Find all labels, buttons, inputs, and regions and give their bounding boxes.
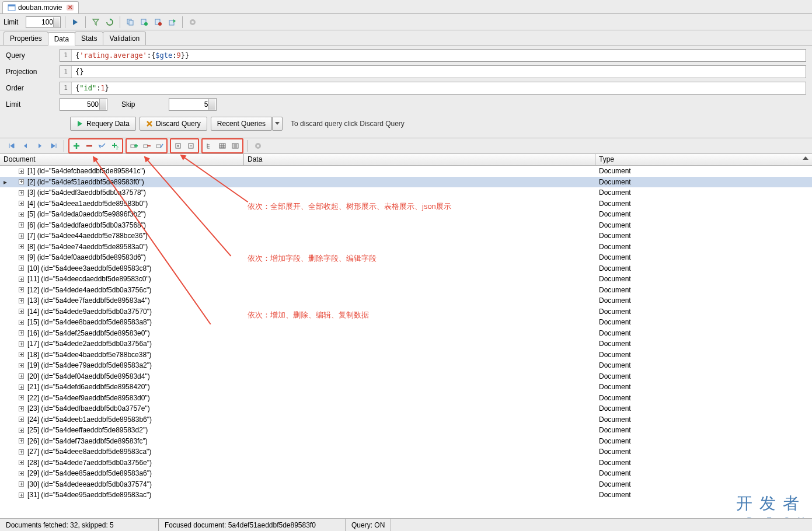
table-row[interactable]: [30] (id="5a4dedeeaeddbf5db0a37574")Docu… [0,479,812,490]
table-row[interactable]: [18] (id="5a4dee4baeddbf5e788bce38")Docu… [0,350,812,361]
tab-close-icon[interactable]: ✕ [67,5,74,11]
tab-stats[interactable]: Stats [75,32,103,45]
discard-button[interactable]: Discard Query [140,117,207,131]
nav-next-icon[interactable] [34,140,46,152]
expand-all-icon[interactable] [172,140,184,152]
expand-icon[interactable] [19,330,24,336]
table-row[interactable]: [23] (id="5a4dedfbaeddbf5db0a3757e")Docu… [0,403,812,414]
table-row[interactable]: [20] (id="5a4def04aeddbf5de89583d4")Docu… [0,371,812,382]
table-row[interactable]: [6] (id="5a4deddfaeddbf5db0a37568")Docum… [0,220,812,231]
delete-field-icon[interactable] [140,140,153,152]
table-row[interactable]: [1] (id="5a4defcbaeddbf5de895841c")Docum… [0,166,812,177]
nav-prev-icon[interactable] [20,140,32,152]
duplicate-doc-icon[interactable]: 2 [109,140,121,152]
expand-icon[interactable] [19,320,24,325]
refresh-icon[interactable] [104,16,116,28]
recent-button[interactable]: Recent Queries [211,117,272,131]
recent-dropdown[interactable] [272,117,283,131]
table-row[interactable]: [7] (id="5a4dee44aeddbf5e788bce36")Docum… [0,230,812,242]
table-row[interactable]: [11] (id="5a4deecdaeddbf5de89583c0")Docu… [0,274,812,285]
expand-icon[interactable] [19,255,24,260]
expand-icon[interactable] [19,190,24,195]
expand-icon[interactable] [19,266,24,271]
tab-data[interactable]: Data [48,32,75,46]
expand-icon[interactable] [19,341,24,347]
limit-spinner[interactable]: 100 [26,16,61,28]
expand-icon[interactable] [19,481,24,487]
expand-icon[interactable] [19,287,24,292]
copy-add-icon[interactable] [138,16,150,28]
tab-properties[interactable]: Properties [4,32,48,45]
add-field-icon[interactable] [127,140,140,152]
tree-view-icon[interactable] [203,140,216,152]
table-view-icon[interactable] [216,140,229,152]
edit-field-icon[interactable] [153,140,166,152]
order-input[interactable]: 1 {"id":1} [60,82,806,95]
expand-icon[interactable] [19,395,24,400]
expand-icon[interactable] [19,222,24,228]
expand-icon[interactable] [19,363,24,368]
expand-icon[interactable] [19,428,24,433]
file-tab[interactable]: douban.movie ✕ [2,1,79,13]
expand-icon[interactable] [19,460,24,465]
table-row[interactable]: [24] (id="5a4deeb1aeddbf5de89583b6")Docu… [0,414,812,425]
expand-icon[interactable] [19,352,24,357]
expand-icon[interactable] [19,309,24,314]
table-row[interactable]: [4] (id="5a4deea1aeddbf5de89583b0")Docum… [0,198,812,209]
collapse-all-icon[interactable] [184,140,197,152]
requery-button[interactable]: Requery Data [70,117,136,131]
table-row[interactable]: [9] (id="5a4def0aaeddbf5de89583d6")Docum… [0,252,812,263]
add-doc-icon[interactable] [70,140,83,152]
table-row[interactable]: [13] (id="5a4dee7faeddbf5de89583a4")Docu… [0,295,812,306]
json-view-icon[interactable] [229,140,242,152]
expand-icon[interactable] [19,201,24,206]
expand-icon[interactable] [19,385,24,390]
delete-doc-icon[interactable] [83,140,96,152]
run-icon[interactable] [69,16,81,28]
expand-icon[interactable] [19,244,24,249]
table-row[interactable]: [10] (id="5a4deee3aeddbf5de89583c8")Docu… [0,263,812,274]
expand-icon[interactable] [19,438,24,443]
options-icon[interactable] [252,140,264,152]
expand-icon[interactable] [19,373,24,379]
tab-validation[interactable]: Validation [103,32,146,45]
table-row[interactable]: [22] (id="5a4deef9aeddbf5de89583d0")Docu… [0,393,812,404]
table-row[interactable]: [14] (id="5a4dede9aeddbf5db0a37570")Docu… [0,306,812,317]
column-data[interactable]: Data [244,154,595,165]
skip-spinbox[interactable]: 5 [169,98,217,111]
table-row[interactable]: [26] (id="5a4def73aeddbf5de89583fc")Docu… [0,436,812,447]
table-row[interactable]: [17] (id="5a4dede2aeddbf5db0a3756a")Docu… [0,338,812,350]
table-row[interactable]: [29] (id="5a4dee85aeddbf5de89583a6")Docu… [0,468,812,479]
expand-icon[interactable] [19,277,24,282]
copy-icon[interactable] [124,16,136,28]
nav-last-icon[interactable] [48,140,60,152]
copy-delete-icon[interactable] [152,16,164,28]
table-row[interactable]: ▸[2] (id="5a4def51aeddbf5de89583f0")Docu… [0,177,812,188]
expand-icon[interactable] [19,449,24,455]
query-input[interactable]: 1 {'rating.average':{$gte:9}} [60,49,806,62]
expand-icon[interactable] [19,492,24,498]
export-icon[interactable] [166,16,178,28]
table-row[interactable]: [25] (id="5a4deeffaeddbf5de89583d2")Docu… [0,425,812,436]
settings-icon[interactable] [187,16,198,28]
table-row[interactable]: [8] (id="5a4dee74aeddbf5de89583a0")Docum… [0,242,812,253]
table-row[interactable]: [15] (id="5a4dee8baeddbf5de89583a8")Docu… [0,317,812,328]
projection-input[interactable]: 1 {} [60,65,806,78]
expand-icon[interactable] [19,298,24,303]
expand-icon[interactable] [19,471,24,476]
edit-doc-icon[interactable] [96,140,109,152]
limit-spinbox[interactable]: 500 [60,98,107,111]
table-row[interactable]: [5] (id="5a4deda0aeddbf5e9896f3b2")Docum… [0,209,812,220]
table-row[interactable]: [19] (id="5a4dee79aeddbf5de89583a2")Docu… [0,360,812,371]
expand-icon[interactable] [19,169,24,174]
table-row[interactable]: [12] (id="5a4dede4aeddbf5db0a3756c")Docu… [0,285,812,296]
expand-icon[interactable] [19,212,24,217]
expand-icon[interactable] [19,233,24,239]
expand-icon[interactable] [19,179,24,184]
expand-icon[interactable] [19,406,24,411]
table-row[interactable]: [27] (id="5a4deee8aeddbf5de89583ca")Docu… [0,446,812,457]
column-document[interactable]: Document [0,154,244,165]
column-type[interactable]: Type [595,154,812,165]
table-row[interactable]: [21] (id="5a4defd6aeddbf5de8958420")Docu… [0,382,812,393]
table-row[interactable]: [28] (id="5a4dede7aeddbf5db0a3756e")Docu… [0,457,812,469]
